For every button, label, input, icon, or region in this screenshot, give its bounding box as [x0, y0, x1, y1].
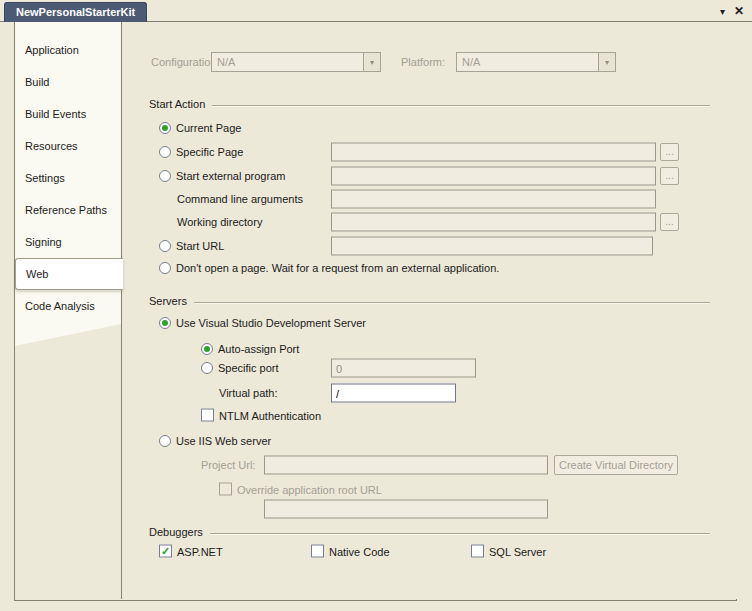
sidebar-item-label: Application	[25, 44, 79, 56]
start-action-header: Start Action	[149, 98, 205, 110]
ntlm-authentication-label: NTLM Authentication	[219, 409, 321, 421]
specific-port-radio[interactable]: Specific port	[201, 362, 279, 374]
use-vs-dev-server-label: Use Visual Studio Development Server	[176, 317, 366, 329]
radio-icon	[159, 240, 171, 252]
project-url-row: Project Url: Create Virtual Directory	[122, 455, 738, 475]
start-external-program-radio[interactable]: Start external program	[159, 170, 285, 182]
working-directory-browse-button[interactable]: ...	[660, 213, 679, 231]
native-code-label: Native Code	[329, 545, 390, 557]
radio-icon	[201, 362, 213, 374]
radio-icon	[201, 343, 213, 355]
project-url-input[interactable]	[264, 456, 548, 475]
sidebar-item-application[interactable]: Application	[15, 34, 121, 66]
start-url-radio[interactable]: Start URL	[159, 240, 224, 252]
servers-header-row: Servers	[149, 295, 710, 307]
sidebar-item-build[interactable]: Build	[15, 66, 121, 98]
aspnet-label: ASP.NET	[177, 545, 223, 557]
debuggers-header-row: Debuggers	[149, 526, 710, 538]
sidebar-item-signing[interactable]: Signing	[15, 226, 121, 258]
sidebar: Application Build Build Events Resources…	[15, 22, 122, 352]
use-vs-dev-server-radio[interactable]: Use Visual Studio Development Server	[159, 317, 366, 329]
start-external-program-label: Start external program	[176, 170, 285, 182]
virtual-path-input[interactable]	[331, 384, 456, 403]
chevron-down-icon: ▾	[598, 53, 615, 71]
close-icon[interactable]: ✕	[734, 4, 744, 18]
override-root-url-checkbox[interactable]: Override application root URL	[219, 483, 382, 496]
aspnet-checkbox[interactable]: ✓ ASP.NET	[159, 545, 223, 558]
specific-port-input[interactable]	[331, 359, 476, 378]
dont-open-page-radio[interactable]: Don't open a page. Wait for a request fr…	[159, 262, 499, 274]
auto-assign-port-radio[interactable]: Auto-assign Port	[201, 343, 299, 355]
native-code-checkbox[interactable]: Native Code	[311, 545, 390, 558]
sidebar-item-label: Reference Paths	[25, 204, 107, 216]
sidebar-item-web[interactable]: Web	[15, 258, 123, 290]
specific-page-browse-button[interactable]: ...	[660, 143, 679, 161]
current-page-label: Current Page	[176, 122, 241, 134]
tab-list-chevron-icon[interactable]: ▾	[720, 6, 725, 17]
specific-port-label: Specific port	[218, 362, 279, 374]
specific-page-input[interactable]	[331, 143, 656, 162]
sidebar-items: Application Build Build Events Resources…	[15, 34, 123, 322]
override-root-url-label: Override application root URL	[237, 483, 382, 495]
start-external-program-browse-button[interactable]: ...	[660, 167, 679, 185]
platform-select[interactable]: N/A ▾	[456, 52, 616, 72]
working-directory-row: Working directory ...	[122, 212, 738, 232]
configuration-select[interactable]: N/A ▾	[211, 52, 381, 72]
document-tab[interactable]: NewPersonalStarterKit	[4, 2, 147, 22]
platform-value: N/A	[457, 53, 598, 71]
sidebar-item-label: Build Events	[25, 108, 86, 120]
override-root-url-input[interactable]	[264, 500, 548, 519]
sidebar-item-reference-paths[interactable]: Reference Paths	[15, 194, 121, 226]
command-line-arguments-row: Command line arguments	[122, 189, 738, 209]
specific-page-radio[interactable]: Specific Page	[159, 146, 243, 158]
sidebar-item-build-events[interactable]: Build Events	[15, 98, 121, 130]
start-url-row: Start URL	[122, 236, 738, 256]
ntlm-row: NTLM Authentication	[122, 405, 738, 425]
radio-icon	[159, 262, 171, 274]
check-icon: ✓	[159, 545, 172, 558]
platform-label: Platform:	[401, 56, 445, 68]
ntlm-authentication-checkbox[interactable]: NTLM Authentication	[201, 409, 321, 422]
sql-server-checkbox[interactable]: SQL Server	[471, 545, 546, 558]
web-settings-panel: Configuration: N/A ▾ Platform: N/A ▾ Sta…	[121, 22, 738, 599]
use-iis-row: Use IIS Web server	[122, 431, 738, 451]
chevron-down-icon: ▾	[363, 53, 380, 71]
auto-assign-port-row: Auto-assign Port	[122, 339, 738, 359]
project-url-label: Project Url:	[201, 459, 255, 471]
divider	[194, 302, 710, 303]
dont-open-page-row: Don't open a page. Wait for a request fr…	[122, 258, 738, 278]
radio-icon	[159, 170, 171, 182]
specific-port-row: Specific port	[122, 358, 738, 378]
current-page-radio[interactable]: Current Page	[159, 122, 241, 134]
chevron-down-glyph: ▾	[370, 58, 374, 67]
override-root-input-row	[122, 499, 738, 519]
working-directory-input[interactable]	[331, 213, 656, 232]
start-url-label: Start URL	[176, 240, 224, 252]
create-virtual-directory-button[interactable]: Create Virtual Directory	[554, 455, 678, 475]
use-iis-web-server-radio[interactable]: Use IIS Web server	[159, 435, 271, 447]
vs-dev-server-row: Use Visual Studio Development Server	[122, 313, 738, 333]
sidebar-item-code-analysis[interactable]: Code Analysis	[15, 290, 121, 322]
sidebar-item-label: Code Analysis	[25, 300, 95, 312]
chevron-down-glyph: ▾	[605, 58, 609, 67]
sidebar-item-label: Settings	[25, 172, 65, 184]
virtual-path-label: Virtual path:	[219, 387, 278, 399]
start-action-section: Start Action	[122, 94, 738, 114]
specific-page-row: Specific Page ...	[122, 142, 738, 162]
radio-icon	[159, 122, 171, 134]
configuration-row: Configuration: N/A ▾ Platform: N/A ▾	[122, 52, 738, 72]
sidebar-item-resources[interactable]: Resources	[15, 130, 121, 162]
divider	[210, 533, 710, 534]
sidebar-item-label: Web	[26, 268, 48, 280]
servers-header: Servers	[149, 295, 187, 307]
command-line-arguments-input[interactable]	[331, 190, 656, 209]
sidebar-item-settings[interactable]: Settings	[15, 162, 121, 194]
start-external-program-input[interactable]	[331, 167, 656, 186]
configuration-label: Configuration:	[151, 56, 220, 68]
sidebar-item-label: Build	[25, 76, 49, 88]
divider	[212, 105, 710, 106]
checkbox-icon	[201, 409, 214, 422]
start-external-program-row: Start external program ...	[122, 166, 738, 186]
start-url-input[interactable]	[331, 237, 653, 256]
sql-server-label: SQL Server	[489, 545, 546, 557]
